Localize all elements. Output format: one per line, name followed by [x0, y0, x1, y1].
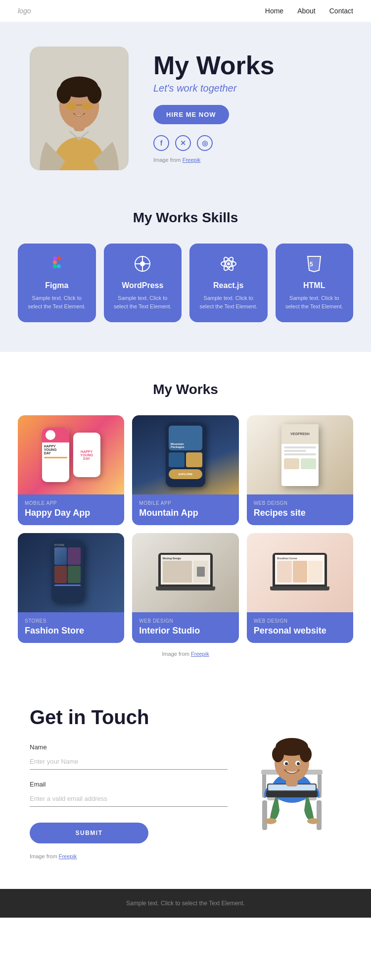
wordpress-desc: Sample text. Click to select the Text El… — [112, 294, 174, 310]
navbar: logo Home About Contact — [0, 0, 371, 22]
works-freepik-link[interactable]: Freepik — [191, 651, 209, 657]
work-card-interior[interactable]: Mockup Design WEB DESIGN I — [132, 533, 238, 643]
nav-about[interactable]: About — [297, 7, 316, 15]
figma-desc: Sample text. Click to select the Text El… — [26, 294, 88, 310]
work-card-fashion[interactable]: STORE STORES Fashion Store — [18, 533, 124, 643]
skill-wordpress: WordPress Sample text. Click to select t… — [104, 244, 182, 322]
nav-links: Home About Contact — [265, 7, 353, 15]
name-field-group: Name — [30, 743, 228, 770]
react-name: React.js — [197, 281, 260, 290]
work-overlay-fashion: STORES Fashion Store — [18, 612, 124, 643]
submit-button[interactable]: SUBMIT — [30, 823, 148, 843]
svg-point-7 — [87, 85, 101, 103]
email-field-group: Email — [30, 781, 228, 807]
contact-title: Get in Touch — [30, 706, 228, 729]
contact-illustration — [242, 706, 341, 847]
work-category: WEB DESIGN — [139, 618, 232, 624]
instagram-icon[interactable]: ◎ — [197, 135, 213, 151]
footer: Sample text. Click to select the Text El… — [0, 889, 371, 918]
hire-btn[interactable]: HIRE ME NOW — [153, 105, 229, 124]
nav-home[interactable]: Home — [265, 7, 283, 15]
svg-rect-28 — [262, 800, 267, 830]
svg-point-34 — [265, 818, 277, 824]
svg-rect-12 — [57, 256, 61, 260]
svg-point-23 — [227, 262, 230, 265]
skills-grid: Figma Sample text. Click to select the T… — [18, 244, 353, 322]
skill-figma: Figma Sample text. Click to select the T… — [18, 244, 96, 322]
svg-rect-9 — [82, 102, 93, 109]
works-grid: HAPPY YOUNG DAY HAPPYYOUNGDAY MOBILE APP… — [18, 415, 353, 643]
svg-rect-29 — [317, 800, 322, 830]
svg-rect-8 — [66, 102, 76, 109]
work-title: Interior Studio — [139, 626, 232, 636]
svg-point-42 — [300, 746, 312, 762]
work-title: Personal website — [254, 626, 346, 636]
figma-icon — [26, 255, 88, 276]
work-category: MOBILE APP — [139, 500, 232, 506]
name-input[interactable] — [30, 754, 228, 770]
figma-name: Figma — [26, 281, 88, 290]
svg-point-41 — [272, 746, 284, 762]
hero-image — [30, 47, 129, 170]
contact-freepik-link[interactable]: Freepik — [59, 853, 77, 859]
react-icon — [197, 255, 260, 276]
work-overlay-mountain: MOBILE APP Mountain App — [132, 494, 238, 525]
work-card-mountain[interactable]: MountainPackages EXPLORE MOBILE APP Moun… — [132, 415, 238, 525]
react-desc: Sample text. Click to select the Text El… — [197, 294, 260, 310]
works-freepik-note: Image from Freepik — [18, 651, 353, 657]
wordpress-name: WordPress — [112, 281, 174, 290]
works-section: My Works HAPPY YOUNG DAY HAPPYYOUNGD — [0, 352, 371, 672]
svg-point-45 — [285, 762, 288, 765]
skill-react: React.js Sample text. Click to select th… — [189, 244, 268, 322]
html-name: HTML — [283, 281, 346, 290]
svg-point-35 — [307, 818, 319, 824]
work-card-recipes[interactable]: VEGFRESH WEB DEISGN Recipes site — [247, 415, 353, 525]
hero-content: My Works Let's work together HIRE ME NOW… — [153, 47, 275, 163]
svg-rect-36 — [266, 790, 318, 797]
hero-subtitle: Let's work together — [153, 83, 275, 94]
svg-point-46 — [297, 762, 300, 765]
contact-freepik-note: Image from Freepik — [30, 853, 228, 859]
work-category: WEB DEISGN — [254, 500, 346, 506]
work-category: WEB DESIGN — [254, 618, 346, 624]
svg-rect-47 — [286, 780, 298, 786]
svg-point-15 — [57, 264, 61, 268]
work-title: Fashion Store — [25, 626, 117, 636]
works-title: My Works — [18, 382, 353, 397]
freepik-link[interactable]: Freepik — [183, 157, 201, 163]
wordpress-icon — [112, 255, 174, 276]
work-title: Happy Day App — [25, 508, 117, 518]
name-label: Name — [30, 743, 228, 751]
svg-text:5: 5 — [310, 261, 313, 268]
work-overlay-happyday: MOBILE APP Happy Day App — [18, 494, 124, 525]
svg-point-6 — [57, 85, 71, 103]
svg-rect-14 — [53, 264, 57, 268]
twitter-icon[interactable]: ✕ — [175, 135, 191, 151]
work-card-happyday[interactable]: HAPPY YOUNG DAY HAPPYYOUNGDAY MOBILE APP… — [18, 415, 124, 525]
html-icon: 5 — [283, 255, 346, 276]
svg-rect-11 — [53, 256, 57, 260]
social-icons: f ✕ ◎ — [153, 135, 275, 151]
html-desc: Sample text. Click to select the Text El… — [283, 294, 346, 310]
facebook-icon[interactable]: f — [153, 135, 169, 151]
skill-html: 5 HTML Sample text. Click to select the … — [276, 244, 354, 322]
footer-text: Sample text. Click to select the Text El… — [18, 900, 353, 907]
work-title: Mountain App — [139, 508, 232, 518]
work-title: Recipes site — [254, 508, 346, 518]
svg-rect-13 — [53, 260, 57, 264]
hero-freepik-note: Image from Freepik — [153, 157, 275, 163]
contact-section: Get in Touch Name Email SUBMIT Image fro… — [0, 672, 371, 889]
contact-form: Get in Touch Name Email SUBMIT Image fro… — [30, 706, 228, 859]
work-card-personal[interactable]: Breakfast Corner WEB DESIGN Personal web… — [247, 533, 353, 643]
skills-title: My Works Skills — [18, 210, 353, 226]
work-overlay-personal: WEB DESIGN Personal website — [247, 612, 353, 643]
email-input[interactable] — [30, 791, 228, 807]
nav-contact[interactable]: Contact — [329, 7, 353, 15]
work-category: STORES — [25, 618, 117, 624]
skills-section: My Works Skills Figma Sample text. Click… — [0, 185, 371, 352]
hero-title: My Works — [153, 51, 275, 80]
logo: logo — [18, 7, 31, 15]
email-label: Email — [30, 781, 228, 788]
work-overlay-recipes: WEB DEISGN Recipes site — [247, 494, 353, 525]
work-overlay-interior: WEB DESIGN Interior Studio — [132, 612, 238, 643]
